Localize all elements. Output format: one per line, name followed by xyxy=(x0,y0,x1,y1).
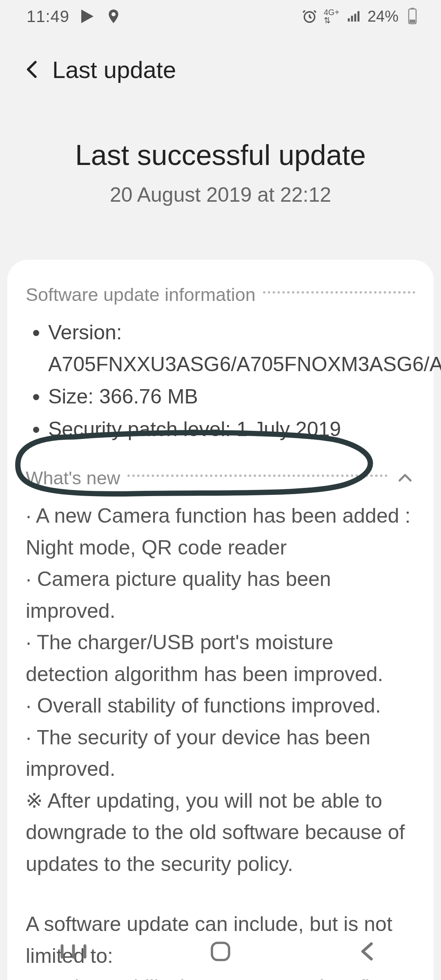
whatsnew-line: · The security of your device has been i… xyxy=(26,722,415,785)
dot-leader xyxy=(263,291,415,294)
status-time: 11:49 xyxy=(27,7,69,26)
signal-icon xyxy=(345,8,362,24)
section-header-whatsnew[interactable]: What's new xyxy=(26,468,415,489)
maps-icon xyxy=(105,8,122,24)
info-size: Size: 366.76 MB xyxy=(48,381,415,413)
hero-title: Last successful update xyxy=(16,139,425,172)
whatsnew-line: · The charger/USB port's moisture detect… xyxy=(26,627,415,690)
whatsnew-line: · Camera picture quality has been improv… xyxy=(26,564,415,627)
info-version-label: Version: xyxy=(48,321,122,344)
section-title-whatsnew: What's new xyxy=(26,468,120,489)
page-header: Last update xyxy=(0,33,441,90)
svg-rect-2 xyxy=(411,8,414,9)
section-header-info: Software update information xyxy=(26,284,415,305)
info-size-label: Size: xyxy=(48,385,94,408)
network-4g-icon: 4G+⇅ xyxy=(323,8,340,24)
info-list: Version: A705FNXXU3ASG6/A705FNOXM3ASG6/A… xyxy=(26,317,415,445)
update-card: Software update information Version: A70… xyxy=(7,260,434,980)
home-button[interactable] xyxy=(204,935,237,968)
info-security: Security patch level: 1 July 2019 xyxy=(48,414,415,445)
battery-icon xyxy=(404,8,421,24)
info-security-label: Security patch level: xyxy=(48,418,231,441)
page-title: Last update xyxy=(52,56,176,83)
svg-rect-4 xyxy=(212,943,229,960)
android-nav-bar xyxy=(0,923,441,980)
section-title-info: Software update information xyxy=(26,284,256,305)
battery-percent: 24% xyxy=(368,8,399,25)
status-bar: 11:49 4G+⇅ 24% xyxy=(0,0,441,33)
whatsnew-line: · Overall stability of functions improve… xyxy=(26,690,415,722)
hero-subtitle: 20 August 2019 at 22:12 xyxy=(16,183,425,207)
whatsnew-line: · A new Camera function has been added :… xyxy=(26,500,415,564)
whatsnew-body: · A new Camera function has been added :… xyxy=(26,500,415,980)
chevron-up-icon[interactable] xyxy=(395,468,415,488)
info-size-value: 366.76 MB xyxy=(99,385,198,408)
svg-rect-3 xyxy=(410,20,415,23)
info-security-value: 1 July 2019 xyxy=(236,418,341,441)
back-button[interactable] xyxy=(16,53,49,86)
dot-leader xyxy=(127,474,388,477)
hero-section: Last successful update 20 August 2019 at… xyxy=(0,90,441,260)
recents-button[interactable] xyxy=(57,935,90,968)
play-store-icon xyxy=(79,8,96,24)
info-version-value: A705FNXXU3ASG6/A705FNOXM3ASG6/A705FNXXU3… xyxy=(48,353,441,376)
whatsnew-line: ※ After updating, you will not be able t… xyxy=(26,785,415,880)
info-version: Version: A705FNXXU3ASG6/A705FNOXM3ASG6/A… xyxy=(48,317,415,380)
alarm-icon xyxy=(301,8,318,24)
nav-back-button[interactable] xyxy=(351,935,384,968)
